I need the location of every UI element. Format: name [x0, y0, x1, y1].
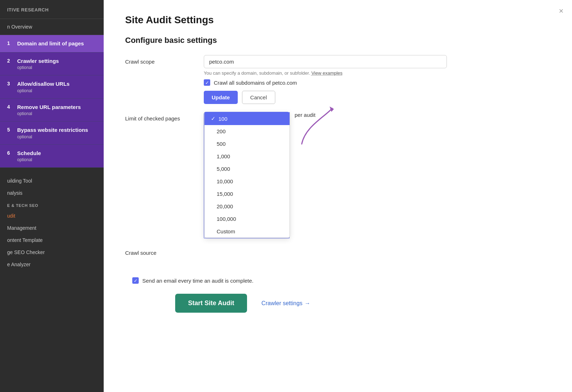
sidebar-item-3-number: 3 [7, 81, 12, 86]
sidebar-item-allow-disallow[interactable]: 3 Allow/disallow URLs optional [0, 75, 104, 99]
dropdown-option-custom[interactable]: Custom [204, 225, 290, 238]
sidebar-building-tool[interactable]: uilding Tool [0, 175, 104, 187]
check-icon: ✓ [211, 115, 216, 122]
sidebar-overview-label: n Overview [7, 24, 32, 30]
dropdown-list: ✓ 100 200 500 1,000 [204, 112, 290, 238]
bottom-actions: Start Site Audit Crawler settings → [132, 294, 425, 313]
sidebar-item-domain[interactable]: 1 Domain and limit of pages [0, 35, 104, 53]
sidebar-analysis[interactable]: nalysis [0, 187, 104, 199]
email-checkbox[interactable]: ✓ [132, 277, 139, 284]
limit-pages-row: Limit of checked pages ✓ 100 [125, 112, 425, 238]
sidebar-item-2-number: 2 [7, 58, 12, 64]
sidebar-item-schedule[interactable]: 6 Schedule optional [0, 145, 104, 168]
sidebar-item-6-content: Schedule optional [17, 150, 41, 163]
dropdown-select-box: ✓ 100 200 500 1,000 [204, 112, 290, 238]
sidebar-item-1-content: Domain and limit of pages [17, 40, 84, 47]
crawler-settings-link[interactable]: Crawler settings → [261, 300, 310, 307]
view-examples-link[interactable]: View examples [311, 70, 342, 76]
sidebar-item-2-optional: optional [17, 65, 59, 70]
sidebar-item-4-number: 4 [7, 104, 12, 110]
sidebar-item-2-content: Crawler settings optional [17, 58, 59, 70]
section-title: Configure basic settings [125, 36, 425, 45]
sidebar-item-crawler[interactable]: 2 Crawler settings optional [0, 53, 104, 76]
dropdown-option-1000[interactable]: 1,000 [204, 150, 290, 163]
dropdown-option-500[interactable]: 500 [204, 138, 290, 150]
sidebar: ITIVE RESEARCH n Overview 1 Domain and l… [0, 0, 104, 392]
dropdown-option-5000[interactable]: 5,000 [204, 163, 290, 175]
limit-dropdown-wrapper: ✓ 100 200 500 1,000 [204, 112, 290, 238]
dropdown-option-10000[interactable]: 10,000 [204, 175, 290, 188]
limit-pages-field: ✓ 100 200 500 1,000 [204, 112, 425, 238]
dropdown-option-100[interactable]: ✓ 100 [204, 112, 290, 125]
crawl-source-row: Crawl source [125, 246, 425, 256]
sidebar-item-4-optional: optional [17, 111, 81, 116]
sidebar-content-template-link[interactable]: ontent Template [0, 234, 104, 246]
crawl-scope-label: Crawl scope [125, 55, 204, 65]
sidebar-item-2-label: Crawler settings [17, 58, 59, 65]
sidebar-management-link[interactable]: Management [0, 222, 104, 234]
sidebar-item-5-content: Bypass website restrictions optional [17, 126, 88, 139]
sidebar-item-6-optional: optional [17, 157, 41, 162]
sidebar-top-label: ITIVE RESEARCH [7, 7, 49, 13]
email-checkbox-label: Send an email every time an audit is com… [142, 278, 253, 284]
start-audit-button[interactable]: Start Site Audit [175, 294, 247, 313]
crawl-subdomains-checkbox[interactable]: ✓ [204, 79, 210, 86]
cancel-button[interactable]: Cancel [242, 91, 275, 104]
crawl-subdomains-label: Crawl all subdomains of petco.com [214, 80, 297, 86]
sidebar-item-4-content: Remove URL parameters optional [17, 104, 81, 116]
sidebar-analyzer-link[interactable]: e Analyzer [0, 258, 104, 271]
dropdown-option-15000[interactable]: 15,000 [204, 188, 290, 200]
modal-content: Site Audit Settings Configure basic sett… [104, 0, 447, 327]
crawl-scope-field: You can specify a domain, subdomain, or … [204, 55, 447, 104]
sidebar-item-6-number: 6 [7, 150, 12, 156]
update-button[interactable]: Update [204, 91, 238, 104]
sidebar-item-bypass[interactable]: 5 Bypass website restrictions optional [0, 121, 104, 145]
sidebar-item-4-label: Remove URL parameters [17, 104, 81, 111]
dropdown-option-20000[interactable]: 20,000 [204, 200, 290, 213]
sidebar-item-5-number: 5 [7, 127, 12, 133]
sidebar-item-3-label: Allow/disallow URLs [17, 80, 70, 88]
sidebar-item-1-number: 1 [7, 40, 12, 46]
dropdown-option-200[interactable]: 200 [204, 125, 290, 138]
crawl-source-label: Crawl source [125, 246, 204, 256]
sidebar-item-1-label: Domain and limit of pages [17, 40, 84, 47]
email-checkbox-row: ✓ Send an email every time an audit is c… [132, 277, 425, 284]
limit-pages-label: Limit of checked pages [125, 112, 204, 121]
modal-title: Site Audit Settings [125, 14, 425, 26]
sidebar-audit-link[interactable]: udit [0, 210, 104, 222]
sidebar-item-3-content: Allow/disallow URLs optional [17, 80, 70, 93]
crawl-subdomains-row: ✓ Crawl all subdomains of petco.com [204, 79, 447, 86]
sidebar-item-3-optional: optional [17, 88, 70, 93]
update-cancel-row: Update Cancel [204, 91, 447, 104]
svg-marker-0 [330, 106, 334, 112]
main-area: × Site Audit Settings Configure basic se… [104, 0, 572, 392]
bottom-section: ✓ Send an email every time an audit is c… [125, 277, 425, 313]
dropdown-option-100000[interactable]: 100,000 [204, 213, 290, 225]
per-audit-wrapper: per audit [295, 112, 315, 118]
close-button[interactable]: × [559, 7, 563, 15]
crawl-scope-row: Crawl scope You can specify a domain, su… [125, 55, 425, 104]
crawl-scope-input[interactable] [204, 55, 447, 68]
sidebar-item-remove-url[interactable]: 4 Remove URL parameters optional [0, 99, 104, 122]
per-audit-label: per audit [295, 108, 315, 118]
sidebar-section-label: E & TECH SEO [0, 199, 104, 210]
sidebar-overview[interactable]: n Overview [0, 19, 104, 35]
sidebar-top: ITIVE RESEARCH [0, 0, 104, 19]
crawl-scope-helper: You can specify a domain, subdomain, or … [204, 70, 447, 76]
sidebar-item-6-label: Schedule [17, 150, 41, 157]
arrow-right-icon: → [305, 300, 310, 307]
sidebar-item-5-label: Bypass website restrictions [17, 126, 88, 134]
sidebar-seo-checker-link[interactable]: ge SEO Checker [0, 246, 104, 258]
sidebar-item-5-optional: optional [17, 134, 88, 139]
